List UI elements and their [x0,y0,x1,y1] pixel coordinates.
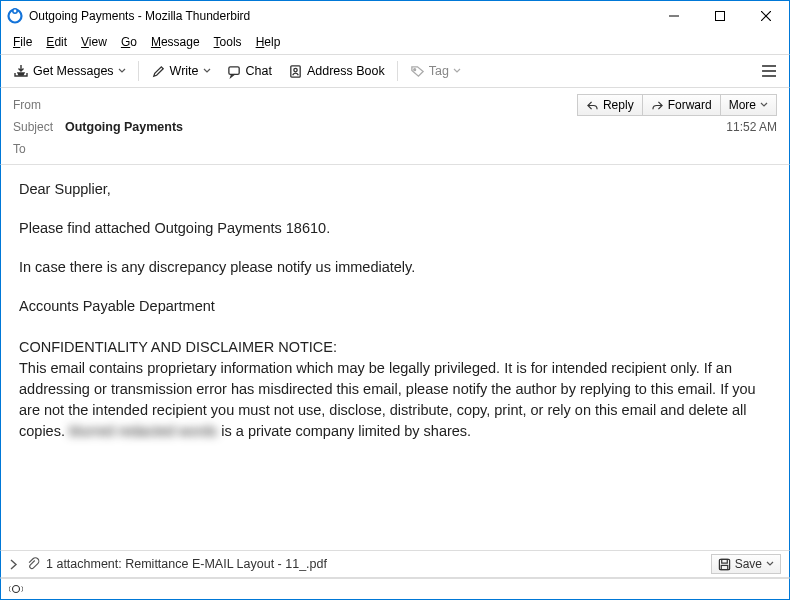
window-controls [651,1,789,30]
chat-label: Chat [246,64,272,78]
menu-file[interactable]: File [7,33,38,51]
hamburger-icon [761,64,777,78]
to-label: To [13,142,65,156]
separator [397,61,398,81]
message-header: From Reply Forward More Subject Outgoing… [0,88,790,165]
activity-icon [9,583,23,595]
write-button[interactable]: Write [143,60,219,83]
statusbar [0,578,790,600]
svg-point-8 [294,68,297,71]
get-messages-button[interactable]: Get Messages [5,59,134,83]
from-label: From [13,98,65,112]
expand-attachment-button[interactable] [9,559,18,570]
inbox-download-icon [13,63,29,79]
menu-tools[interactable]: Tools [208,33,248,51]
get-messages-label: Get Messages [33,64,114,78]
save-attachment-button[interactable]: Save [711,554,781,574]
body-line3: Accounts Payable Department [19,296,771,317]
toolbar: Get Messages Write Chat Address Book Tag [0,54,790,88]
maximize-button[interactable] [697,1,743,30]
tag-button[interactable]: Tag [402,60,469,83]
separator [138,61,139,81]
message-body: Dear Supplier, Please find attached Outg… [0,165,790,550]
address-book-icon [288,64,303,79]
from-row: From Reply Forward More [13,94,777,116]
body-line1: Please find attached Outgoing Payments 1… [19,218,771,239]
app-icon [7,8,23,24]
menu-help[interactable]: Help [250,33,287,51]
menu-view[interactable]: View [75,33,113,51]
forward-button[interactable]: Forward [643,94,721,116]
attachment-bar: 1 attachment: Remittance E-MAIL Layout -… [0,550,790,578]
window-title: Outgoing Payments - Mozilla Thunderbird [29,9,651,23]
body-line2: In case there is any discrepancy please … [19,257,771,278]
menubar: File Edit View Go Message Tools Help [0,30,790,54]
reply-icon [586,100,599,111]
save-icon [718,558,731,571]
chevron-down-icon [766,560,774,568]
save-label: Save [735,557,762,571]
chevron-down-icon [118,67,126,75]
chevron-down-icon [453,67,461,75]
forward-label: Forward [668,98,712,112]
tag-label: Tag [429,64,449,78]
more-label: More [729,98,756,112]
svg-point-9 [414,68,416,70]
reply-label: Reply [603,98,634,112]
disclaimer-text: This email contains proprietary informat… [19,358,771,442]
paperclip-icon [26,557,40,571]
minimize-button[interactable] [651,1,697,30]
subject-row: Subject Outgoing Payments 11:52 AM [13,116,777,138]
address-book-button[interactable]: Address Book [280,60,393,83]
svg-rect-6 [228,66,238,74]
chevron-down-icon [760,101,768,109]
write-label: Write [170,64,199,78]
body-greeting: Dear Supplier, [19,179,771,200]
disclaimer-post: is a private company limited by shares. [217,423,471,439]
chat-button[interactable]: Chat [219,60,280,83]
message-time: 11:52 AM [726,120,777,134]
reply-button[interactable]: Reply [577,94,643,116]
menu-message[interactable]: Message [145,33,206,51]
address-book-label: Address Book [307,64,385,78]
pencil-icon [151,64,166,79]
menu-go[interactable]: Go [115,33,143,51]
titlebar: Outgoing Payments - Mozilla Thunderbird [0,0,790,30]
subject-label: Subject [13,120,65,134]
to-row: To [13,138,777,160]
disclaimer-redacted: blurred redacted words [69,421,217,442]
forward-icon [651,100,664,111]
more-button[interactable]: More [721,94,777,116]
menu-edit[interactable]: Edit [40,33,73,51]
chevron-down-icon [203,67,211,75]
header-actions: Reply Forward More [577,94,777,116]
chat-icon [227,64,242,79]
svg-rect-3 [716,11,725,20]
svg-point-1 [13,8,17,12]
tag-icon [410,64,425,79]
attachment-text[interactable]: 1 attachment: Remittance E-MAIL Layout -… [46,557,711,571]
disclaimer-title: CONFIDENTIALITY AND DISCLAIMER NOTICE: [19,337,771,358]
subject-value: Outgoing Payments [65,120,726,134]
close-button[interactable] [743,1,789,30]
svg-rect-14 [721,559,727,563]
svg-rect-15 [721,565,728,569]
app-menu-button[interactable] [753,60,785,82]
